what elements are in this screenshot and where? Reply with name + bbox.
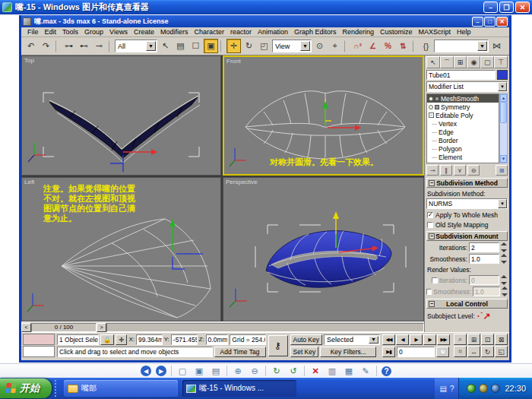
viewport-perspective[interactable]: Perspective <box>223 177 424 321</box>
max-maximize-button[interactable]: □ <box>484 17 496 27</box>
actual-size-icon[interactable]: ▣ <box>193 365 205 377</box>
collapse-icon[interactable]: − <box>429 180 435 186</box>
separator[interactable] <box>55 40 59 52</box>
menu-item[interactable]: Rendering <box>340 28 378 36</box>
viewport-top[interactable]: Top <box>21 55 221 176</box>
viewport-front[interactable]: Front <box>223 55 424 176</box>
redo-icon[interactable]: ↷ <box>39 39 53 53</box>
play-icon[interactable]: ▶ <box>410 334 423 345</box>
modifier-stack-item[interactable]: − Polygon <box>427 144 499 153</box>
scroll-down-icon[interactable]: ▼ <box>500 155 507 163</box>
selection-lock-icon[interactable]: 🔒 <box>100 334 115 345</box>
zoom-extents-icon[interactable]: ⊡ <box>481 334 494 345</box>
named-selection-icon[interactable]: {} <box>419 39 433 53</box>
x-coordinate-field[interactable]: 99.364mm <box>136 334 163 345</box>
macro-recorder-line[interactable] <box>23 334 55 345</box>
menu-item[interactable]: Animation <box>255 28 291 36</box>
old-style-mapping-checkbox[interactable] <box>427 222 433 228</box>
tab-motion[interactable]: ◉ <box>467 56 480 68</box>
rollout-subdivision-method[interactable]: − Subdivision Method <box>426 178 508 188</box>
ref-coord-dropdown[interactable]: View ▼ <box>272 40 312 52</box>
help-icon[interactable]: ? <box>382 366 391 376</box>
menu-item[interactable]: Tools <box>59 28 81 36</box>
chevron-down-icon[interactable]: ▼ <box>369 336 378 344</box>
expand-icon[interactable]: − <box>429 112 434 118</box>
region-zoom-icon[interactable]: ⌗ <box>454 346 467 357</box>
apply-whole-mesh-checkbox[interactable] <box>427 212 433 218</box>
modifier-stack-item[interactable]: − Symmetry <box>427 103 499 111</box>
named-selection-dropdown[interactable]: ▼ <box>434 40 489 52</box>
max-minimize-button[interactable]: – <box>472 17 483 27</box>
arc-rotate-icon[interactable]: ↻ <box>481 346 494 357</box>
minimize-button[interactable]: – <box>483 2 498 13</box>
undo-icon[interactable]: ↶ <box>24 39 38 53</box>
separator[interactable] <box>265 366 266 376</box>
use-pivot-center-icon[interactable]: ⊙ <box>312 39 327 53</box>
save-icon[interactable]: ▦ <box>343 365 355 377</box>
min-max-toggle-icon[interactable]: ◱ <box>495 346 508 357</box>
tab-utilities[interactable]: ⊤ <box>494 56 508 68</box>
modifier-stack-item[interactable]: − Vertex <box>427 119 499 128</box>
zoom-icon[interactable]: ⌕ <box>454 334 467 345</box>
menu-item[interactable]: Customize <box>377 28 416 36</box>
select-object-icon[interactable]: ↖ <box>158 39 173 53</box>
menu-item[interactable]: Views <box>106 28 131 36</box>
modifier-stack-item[interactable]: − MeshSmooth <box>427 94 499 103</box>
go-to-start-icon[interactable]: ◀◀ <box>382 334 395 345</box>
spinner-control[interactable] <box>502 287 508 296</box>
chevron-down-icon[interactable]: ▼ <box>498 199 507 208</box>
prev-image-icon[interactable]: ◀ <box>141 366 151 376</box>
mirror-icon[interactable]: ⋈ <box>489 39 504 53</box>
selection-filter-dropdown[interactable]: All ▼ <box>115 40 157 52</box>
listener-line[interactable] <box>23 346 55 357</box>
unlink-icon[interactable]: ⊷ <box>77 39 91 53</box>
window-crossing-icon[interactable]: ▣ <box>204 39 218 53</box>
separator[interactable] <box>413 40 416 52</box>
menu-item[interactable]: MAXScript <box>416 28 454 36</box>
current-time-field[interactable]: 0 <box>397 347 435 357</box>
snap-3d-icon[interactable]: ∩³ <box>350 39 365 53</box>
zoom-all-icon[interactable]: ⊞ <box>467 334 480 345</box>
modifier-stack-item[interactable]: − Editable Poly <box>427 111 499 119</box>
menu-item[interactable]: Edit <box>42 28 60 36</box>
max-close-button[interactable]: ✕ <box>496 17 508 27</box>
visibility-bulb-icon[interactable] <box>429 97 433 101</box>
tab-create[interactable]: ↖ <box>426 56 440 68</box>
visibility-bulb-icon[interactable] <box>429 105 433 109</box>
time-slider-track[interactable] <box>106 323 424 332</box>
render-iterations-field[interactable]: 0 <box>469 275 499 285</box>
next-frame-button[interactable]: > <box>97 323 106 332</box>
select-link-icon[interactable]: ⊶ <box>62 39 76 53</box>
viewport-left[interactable]: Left <box>21 177 221 321</box>
modifier-stack-item[interactable]: − Border <box>427 136 499 144</box>
render-smoothness-field[interactable]: 1.0 <box>473 287 500 296</box>
viewport-label[interactable]: Left <box>24 179 34 185</box>
spinner-control[interactable] <box>501 275 508 285</box>
object-name-field[interactable]: Tube01 <box>426 70 496 80</box>
spinner-snap-icon[interactable]: ⇅ <box>396 39 410 53</box>
iterations-field[interactable]: 2 <box>469 242 499 252</box>
spinner-control[interactable] <box>501 242 508 252</box>
separator[interactable] <box>220 40 224 52</box>
best-fit-icon[interactable]: ▢ <box>176 365 188 377</box>
next-image-icon[interactable]: ▶ <box>156 366 166 376</box>
smoothness-field[interactable]: 1.0 <box>469 254 499 264</box>
help-icon[interactable]: ? <box>450 385 454 393</box>
print-icon[interactable]: ▥ <box>326 365 338 377</box>
absolute-offset-icon[interactable]: ✛ <box>116 334 127 345</box>
y-coordinate-field[interactable]: -571.455mm <box>171 334 198 345</box>
z-coordinate-field[interactable]: 0.0mm <box>206 334 229 345</box>
task-button-viewer[interactable]: 嘴-15 - Windows ... <box>182 380 296 397</box>
menu-item[interactable]: Group <box>81 28 106 36</box>
key-filters-button[interactable]: Key Filters... <box>320 347 376 357</box>
next-frame-icon[interactable]: ▶ <box>423 334 436 345</box>
separator[interactable] <box>109 40 112 52</box>
select-move-icon[interactable]: ✛ <box>226 39 241 53</box>
time-slider-handle[interactable]: 0 / 100 <box>31 323 97 332</box>
key-icon[interactable]: ⚷ <box>268 335 288 356</box>
start-button[interactable]: 开始 <box>0 378 52 398</box>
rotate-ccw-icon[interactable]: ↺ <box>287 365 299 377</box>
go-to-end-icon[interactable]: ▶▶ <box>437 334 450 345</box>
collapse-icon[interactable]: − <box>429 301 435 307</box>
delete-icon[interactable]: ✕ <box>309 365 321 377</box>
